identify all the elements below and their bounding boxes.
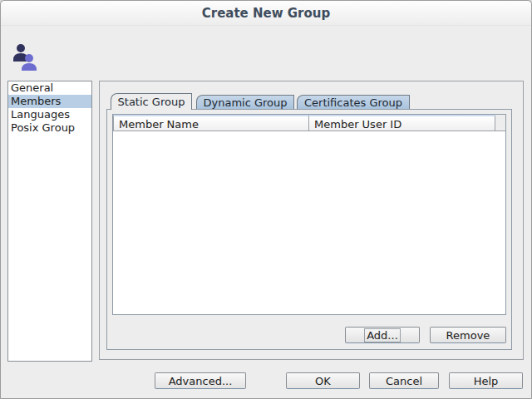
dialog-titlebar: Create New Group — [1, 1, 531, 26]
add-member-button[interactable]: Add... — [345, 327, 420, 343]
advanced-button[interactable]: Advanced... — [155, 372, 246, 389]
tab-dynamic-group[interactable]: Dynamic Group — [196, 95, 294, 109]
members-table-header: Member Name Member User ID — [113, 115, 505, 131]
cancel-button[interactable]: Cancel — [369, 372, 439, 389]
category-item-members[interactable]: Members — [8, 95, 91, 108]
category-list: General Members Languages Posix Group — [7, 81, 92, 362]
dialog-title: Create New Group — [202, 6, 331, 21]
table-header-corner — [495, 115, 505, 131]
tab-static-group[interactable]: Static Group — [111, 93, 192, 110]
tab-certificates-group[interactable]: Certificates Group — [297, 95, 410, 109]
members-table-body[interactable] — [113, 131, 505, 314]
members-table: Member Name Member User ID — [112, 114, 506, 315]
category-item-posix-group[interactable]: Posix Group — [8, 121, 91, 135]
category-item-general[interactable]: General — [8, 81, 91, 95]
create-new-group-dialog: Create New Group General Members Languag… — [0, 0, 532, 399]
help-button[interactable]: Help — [449, 372, 523, 389]
category-item-languages[interactable]: Languages — [8, 108, 91, 121]
column-header-member-name[interactable]: Member Name — [113, 115, 309, 131]
ok-button[interactable]: OK — [286, 372, 360, 389]
column-header-member-user-id[interactable]: Member User ID — [309, 115, 495, 131]
static-group-tab-panel: Member Name Member User ID Add... Remove — [106, 109, 512, 350]
add-member-button-label: Add... — [364, 328, 401, 342]
create-group-icon — [12, 42, 38, 72]
remove-member-button[interactable]: Remove — [430, 327, 506, 343]
